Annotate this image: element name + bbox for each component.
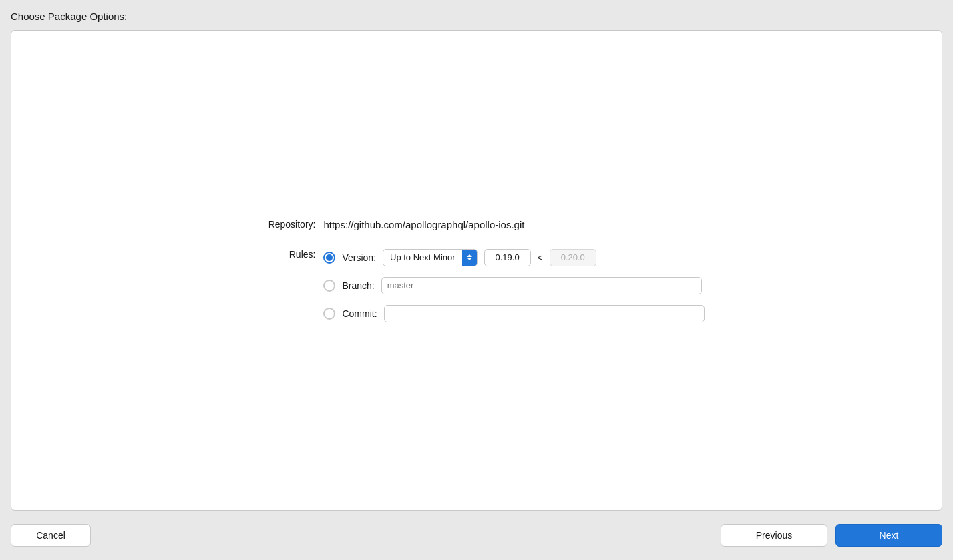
rules-options: Version: Up to Next Minor < 0.20.0 xyxy=(323,249,704,322)
version-current-input[interactable] xyxy=(484,249,531,266)
cancel-button[interactable]: Cancel xyxy=(11,524,91,547)
version-option-row: Version: Up to Next Minor < 0.20.0 xyxy=(323,249,704,266)
repository-label: Repository: xyxy=(248,219,315,230)
main-panel: Repository: https://github.com/apollogra… xyxy=(11,30,942,511)
next-button[interactable]: Next xyxy=(835,524,942,547)
page-title: Choose Package Options: xyxy=(11,11,942,22)
branch-radio[interactable] xyxy=(323,280,335,292)
version-radio[interactable] xyxy=(323,252,335,264)
branch-input[interactable] xyxy=(381,277,702,294)
rules-row: Rules: Version: Up to Next Minor xyxy=(248,249,704,322)
commit-option-row: Commit: xyxy=(323,305,704,322)
version-option-label: Version: xyxy=(342,252,376,263)
commit-option-label: Commit: xyxy=(342,308,377,319)
rules-label: Rules: xyxy=(248,249,315,260)
commit-radio[interactable] xyxy=(323,308,335,320)
repository-url: https://github.com/apollographql/apollo-… xyxy=(323,219,524,230)
form-container: Repository: https://github.com/apollogra… xyxy=(248,219,704,322)
branch-option-label: Branch: xyxy=(342,280,374,291)
stepper-down-icon[interactable] xyxy=(467,258,472,260)
version-dropdown[interactable]: Up to Next Minor xyxy=(383,249,478,266)
version-dropdown-text: Up to Next Minor xyxy=(383,252,462,262)
less-than-symbol: < xyxy=(538,252,543,263)
repository-row: Repository: https://github.com/apollogra… xyxy=(248,219,524,230)
right-buttons: Previous Next xyxy=(721,524,942,547)
branch-option-row: Branch: xyxy=(323,277,704,294)
stepper-up-icon[interactable] xyxy=(467,254,472,257)
version-max-display: 0.20.0 xyxy=(550,249,596,266)
version-stepper[interactable] xyxy=(462,250,477,266)
previous-button[interactable]: Previous xyxy=(721,524,827,547)
commit-input[interactable] xyxy=(384,305,705,322)
bottom-bar: Cancel Previous Next xyxy=(11,521,942,549)
